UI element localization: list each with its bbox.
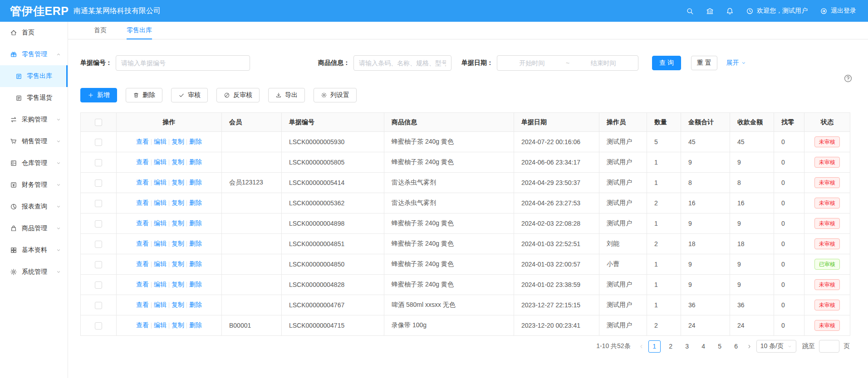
op-edit-link[interactable]: 编辑 bbox=[154, 158, 167, 165]
op-edit-link[interactable]: 编辑 bbox=[154, 281, 167, 288]
cell-qty: 1 bbox=[647, 173, 681, 193]
row-checkbox[interactable] bbox=[95, 302, 102, 309]
op-copy-link[interactable]: 复制 bbox=[172, 219, 184, 227]
next-page-button[interactable] bbox=[746, 344, 752, 349]
op-delete-link[interactable]: 删除 bbox=[189, 179, 202, 186]
sidebar-item-purchase-management[interactable]: 采购管理 bbox=[0, 109, 68, 131]
op-copy-link[interactable]: 复制 bbox=[172, 179, 184, 186]
op-delete-link[interactable]: 删除 bbox=[189, 158, 202, 165]
page-6[interactable]: 6 bbox=[730, 340, 742, 353]
prev-page-button[interactable] bbox=[638, 344, 644, 349]
op-view-link[interactable]: 查看 bbox=[136, 138, 149, 145]
page-5[interactable]: 5 bbox=[714, 340, 726, 353]
op-copy-link[interactable]: 复制 bbox=[172, 158, 184, 165]
logout-button[interactable]: 退出登录 bbox=[820, 7, 856, 15]
sidebar-item-retail-return[interactable]: 零售退货 bbox=[0, 87, 68, 109]
op-view-link[interactable]: 查看 bbox=[136, 240, 149, 247]
tab-retail-outbound[interactable]: 零售出库 bbox=[127, 22, 152, 39]
op-delete-link[interactable]: 删除 bbox=[189, 301, 202, 308]
op-view-link[interactable]: 查看 bbox=[136, 260, 149, 267]
page-size-select[interactable]: 10 条/页 bbox=[756, 340, 796, 353]
op-delete-link[interactable]: 删除 bbox=[189, 281, 202, 288]
op-edit-link[interactable]: 编辑 bbox=[154, 138, 167, 145]
op-edit-link[interactable]: 编辑 bbox=[154, 219, 167, 227]
row-checkbox[interactable] bbox=[95, 241, 102, 248]
page-3[interactable]: 3 bbox=[681, 340, 693, 353]
sidebar-item-basic-data[interactable]: 基本资料 bbox=[0, 239, 68, 261]
row-checkbox[interactable] bbox=[95, 159, 102, 166]
sidebar-item-goods-management[interactable]: 商品管理 bbox=[0, 218, 68, 239]
welcome-user[interactable]: 欢迎您，测试用户 bbox=[746, 7, 808, 15]
op-edit-link[interactable]: 编辑 bbox=[154, 179, 167, 186]
page-2[interactable]: 2 bbox=[665, 340, 677, 353]
op-view-link[interactable]: 查看 bbox=[136, 301, 149, 308]
op-copy-link[interactable]: 复制 bbox=[172, 301, 184, 308]
op-view-link[interactable]: 查看 bbox=[136, 179, 149, 186]
delete-button[interactable]: 删除 bbox=[126, 88, 162, 102]
audit-button[interactable]: 审核 bbox=[171, 88, 208, 102]
tab-home[interactable]: 首页 bbox=[94, 22, 107, 39]
column-settings-button[interactable]: 列设置 bbox=[314, 88, 357, 102]
op-view-link[interactable]: 查看 bbox=[136, 281, 149, 288]
jump-input[interactable] bbox=[819, 340, 839, 353]
sidebar-item-warehouse-management[interactable]: 仓库管理 bbox=[0, 152, 68, 174]
export-button[interactable]: 导出 bbox=[268, 88, 305, 102]
add-button[interactable]: 新增 bbox=[80, 88, 117, 102]
search-icon[interactable] bbox=[686, 7, 694, 15]
unaudit-button[interactable]: 反审核 bbox=[216, 88, 260, 102]
op-copy-link[interactable]: 复制 bbox=[172, 199, 184, 206]
op-delete-link[interactable]: 删除 bbox=[189, 199, 202, 206]
row-actions: 查看编辑复制删除 bbox=[117, 152, 222, 173]
date-end-input[interactable] bbox=[572, 59, 634, 67]
op-view-link[interactable]: 查看 bbox=[136, 158, 149, 165]
op-copy-link[interactable]: 复制 bbox=[172, 240, 184, 247]
op-edit-link[interactable]: 编辑 bbox=[154, 301, 167, 308]
op-delete-link[interactable]: 删除 bbox=[189, 260, 202, 267]
op-copy-link[interactable]: 复制 bbox=[172, 281, 184, 288]
op-edit-link[interactable]: 编辑 bbox=[154, 199, 167, 206]
op-copy-link[interactable]: 复制 bbox=[172, 138, 184, 145]
row-checkbox[interactable] bbox=[95, 200, 102, 207]
op-delete-link[interactable]: 删除 bbox=[189, 219, 202, 227]
query-button[interactable]: 查 询 bbox=[652, 56, 681, 70]
op-view-link[interactable]: 查看 bbox=[136, 199, 149, 206]
bill-no-input[interactable] bbox=[116, 55, 250, 71]
notification-bell-icon[interactable] bbox=[726, 7, 734, 15]
sidebar-item-system-management[interactable]: 系统管理 bbox=[0, 261, 68, 283]
cell-member bbox=[222, 193, 282, 213]
cell-bill-no: LSCK00000005805 bbox=[282, 152, 384, 173]
op-delete-link[interactable]: 删除 bbox=[189, 321, 202, 329]
op-edit-link[interactable]: 编辑 bbox=[154, 260, 167, 267]
op-edit-link[interactable]: 编辑 bbox=[154, 321, 167, 329]
sidebar-item-sales-management[interactable]: 销售管理 bbox=[0, 131, 68, 152]
help-icon[interactable] bbox=[843, 74, 853, 83]
page-1[interactable]: 1 bbox=[648, 340, 661, 353]
platform-icon[interactable] bbox=[706, 7, 714, 15]
row-checkbox[interactable] bbox=[95, 322, 102, 330]
sidebar-item-retail-outbound[interactable]: 零售出库 bbox=[0, 65, 68, 87]
row-checkbox[interactable] bbox=[95, 281, 102, 289]
row-checkbox[interactable] bbox=[95, 261, 102, 268]
sidebar-item-report-query[interactable]: 报表查询 bbox=[0, 196, 68, 218]
reset-button[interactable]: 重 置 bbox=[691, 56, 717, 70]
row-checkbox[interactable] bbox=[95, 220, 102, 228]
op-edit-link[interactable]: 编辑 bbox=[154, 240, 167, 247]
row-checkbox[interactable] bbox=[95, 139, 102, 146]
date-range-picker[interactable]: ~ bbox=[497, 55, 638, 71]
product-input[interactable] bbox=[353, 55, 451, 71]
date-start-input[interactable] bbox=[501, 59, 563, 67]
sidebar-item-finance-management[interactable]: 财务管理 bbox=[0, 174, 68, 196]
select-all-checkbox[interactable] bbox=[95, 119, 102, 126]
op-view-link[interactable]: 查看 bbox=[136, 219, 149, 227]
op-delete-link[interactable]: 删除 bbox=[189, 240, 202, 247]
row-checkbox[interactable] bbox=[95, 179, 102, 187]
cell-total: 9 bbox=[681, 213, 730, 234]
expand-link[interactable]: 展开 bbox=[726, 59, 746, 67]
op-copy-link[interactable]: 复制 bbox=[172, 260, 184, 267]
page-4[interactable]: 4 bbox=[697, 340, 710, 353]
sidebar-item-retail-management[interactable]: 零售管理 bbox=[0, 44, 68, 65]
op-copy-link[interactable]: 复制 bbox=[172, 321, 184, 329]
sidebar-item-home[interactable]: 首页 bbox=[0, 22, 68, 44]
op-delete-link[interactable]: 删除 bbox=[189, 138, 202, 145]
op-view-link[interactable]: 查看 bbox=[136, 321, 149, 329]
